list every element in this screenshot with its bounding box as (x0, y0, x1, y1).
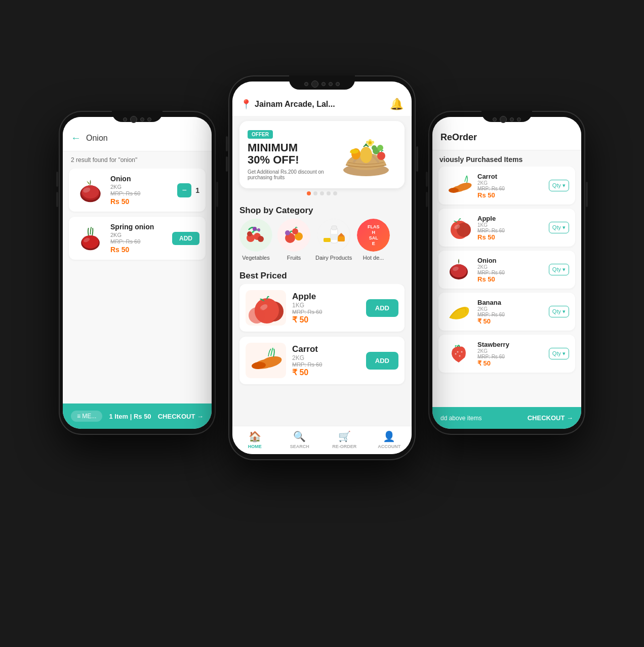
home-icon: 🏠 (249, 430, 261, 442)
product-info: Spring onion 2KG MRP: Rs 60 Rs 50 (110, 223, 167, 254)
nav-account-label: ACCOUNT (378, 444, 400, 449)
product-name: Stawberry (477, 341, 544, 348)
dot-1 (307, 191, 311, 195)
svg-point-18 (369, 141, 372, 144)
nav-account[interactable]: 👤 ACCOUNT (367, 430, 412, 449)
add-button[interactable]: ADD (172, 232, 199, 245)
account-icon: 👤 (383, 430, 395, 442)
qty-select[interactable]: Qty ▾ (549, 348, 569, 359)
product-image (246, 290, 286, 326)
product-name: Spring onion (110, 223, 167, 231)
product-name: Onion (110, 175, 172, 183)
left-footer: ≡ ME... 1 Item | Rs 50 CHECKOUT → (63, 403, 212, 429)
product-price: Rs 50 (110, 197, 172, 206)
svg-point-53 (451, 264, 467, 277)
banner-image (336, 130, 396, 180)
product-info: Stawberry 2KG MRP: Rs 60 ₹ 50 (477, 341, 544, 367)
product-name: Carrot (292, 344, 360, 354)
svg-point-56 (459, 355, 461, 357)
checkout-button[interactable]: CHECKOUT → (528, 414, 573, 422)
category-vegetables[interactable]: Vegetables (239, 219, 272, 261)
banner-section: OFFER MINIMUM30% OFF! Get Additional Rs.… (232, 116, 412, 200)
reorder-icon: 🛒 (338, 430, 351, 442)
dot-2 (313, 191, 317, 195)
list-item: Onion 2KG MRP: Rs 60 Rs 50 Qty ▾ (438, 251, 575, 289)
svg-point-57 (457, 351, 459, 353)
qty-select[interactable]: Qty ▾ (549, 222, 569, 233)
product-mrp: MRP: Rs 60 (110, 190, 172, 196)
list-item: Stawberry 2KG MRP: Rs 60 ₹ 50 Qty ▾ (438, 335, 575, 373)
nav-search[interactable]: 🔍 SEARCH (277, 430, 323, 449)
add-button[interactable]: ADD (366, 352, 398, 370)
product-mrp: MRP: Rs 60 (292, 309, 360, 315)
nav-reorder-label: RE-ORDER (332, 444, 356, 449)
list-item: Onion 2KG MRP: Rs 60 Rs 50 − 1 (69, 169, 206, 212)
svg-point-30 (285, 230, 290, 235)
banner-card[interactable]: OFFER MINIMUM30% OFF! Get Additional Rs.… (239, 121, 405, 188)
qty-select[interactable]: Qty ▾ (549, 180, 569, 191)
nav-home[interactable]: 🏠 HOME (232, 430, 277, 449)
nav-reorder[interactable]: 🛒 RE-ORDER (322, 430, 367, 449)
results-info: 2 result found for "onion" (63, 151, 212, 169)
search-icon: 🔍 (293, 430, 306, 442)
qty-select[interactable]: Qty ▾ (549, 264, 569, 275)
product-mrp: MRP: Rs 60 (477, 354, 544, 359)
product-weight: 2KG (110, 184, 172, 190)
list-item: Apple 1KG MRP: Rs 60 Rs 50 Qty ▾ (438, 209, 575, 247)
menu-button[interactable]: ≡ ME... (71, 411, 102, 422)
qty-select[interactable]: Qty ▾ (549, 306, 569, 317)
product-mrp: MRP: Rs 60 (477, 186, 544, 191)
svg-point-23 (247, 231, 252, 236)
list-item: Spring onion 2KG MRP: Rs 60 Rs 50 ADD (69, 217, 206, 260)
product-weight: 2KG (477, 180, 544, 186)
banner-subtitle: Get Additional Rs.200 discount on purcha… (248, 169, 336, 180)
category-fruits[interactable]: Fruits (277, 219, 310, 261)
search-input[interactable] (86, 134, 204, 143)
product-info: Apple 1KG MRP: Rs 60 Rs 50 (477, 215, 544, 241)
svg-point-10 (377, 145, 383, 151)
prev-purchased-title: viously Purchased Items (432, 150, 581, 167)
checkout-button[interactable]: CHECKOUT → (158, 413, 204, 420)
best-priced-title: Best Priced (232, 266, 412, 284)
flash-badge: FLAS H SAL E (357, 219, 390, 252)
product-price: Rs 50 (477, 275, 544, 283)
category-label: Hot de... (363, 255, 384, 261)
decrease-qty-button[interactable]: − (177, 183, 191, 197)
add-button[interactable]: ADD (366, 299, 398, 317)
bell-icon: 🔔 (390, 98, 404, 110)
product-image (246, 343, 286, 378)
banner-content: OFFER MINIMUM30% OFF! Get Additional Rs.… (248, 129, 336, 180)
product-info: Apple 1KG MRP: Rs 60 ₹ 50 (292, 292, 360, 325)
category-label: Vegetables (242, 255, 269, 261)
left-phone: ← 2 result found for "onion" (59, 111, 216, 435)
notification-bell[interactable]: 🔔 (390, 98, 404, 111)
product-name: Carrot (477, 173, 544, 180)
product-mrp: MRP: Rs 60 (292, 361, 360, 368)
product-weight: 1KG (477, 222, 544, 228)
banner-title: MINIMUM30% OFF! (248, 142, 336, 166)
product-info: Onion 2KG MRP: Rs 60 Rs 50 (110, 175, 172, 206)
product-image (75, 223, 105, 254)
nav-home-label: HOME (248, 444, 262, 449)
bottom-nav: 🏠 HOME 🔍 SEARCH 🛒 RE-ORDER 👤 ACCOUNT (232, 426, 412, 454)
product-mrp: MRP: Rs 60 (477, 228, 544, 233)
svg-point-55 (455, 353, 457, 355)
product-info: Carrot 2KG MRP: Rs 60 Rs 50 (477, 173, 544, 199)
product-name: Apple (477, 215, 544, 222)
product-image (445, 340, 472, 368)
product-info: Banana 2KG MRP: Rs 60 ₹ 50 (477, 299, 544, 325)
reorder-title: ReOrder (440, 132, 573, 143)
category-flash-sale[interactable]: FLAS H SAL E Hot de... (357, 219, 390, 261)
product-price: Rs 50 (110, 246, 167, 254)
dot-3 (320, 191, 324, 195)
category-dairy[interactable]: Dairy Products (315, 219, 352, 261)
category-label: Fruits (287, 255, 301, 261)
back-button[interactable]: ← (71, 132, 81, 144)
product-mrp: MRP: Rs 60 (477, 312, 544, 317)
dot-4 (327, 191, 331, 195)
svg-rect-37 (324, 238, 331, 242)
category-label: Dairy Products (315, 255, 352, 261)
categories-title: Shop by Category (232, 200, 412, 219)
svg-point-13 (377, 152, 385, 160)
qty-display: 1 (195, 186, 199, 194)
